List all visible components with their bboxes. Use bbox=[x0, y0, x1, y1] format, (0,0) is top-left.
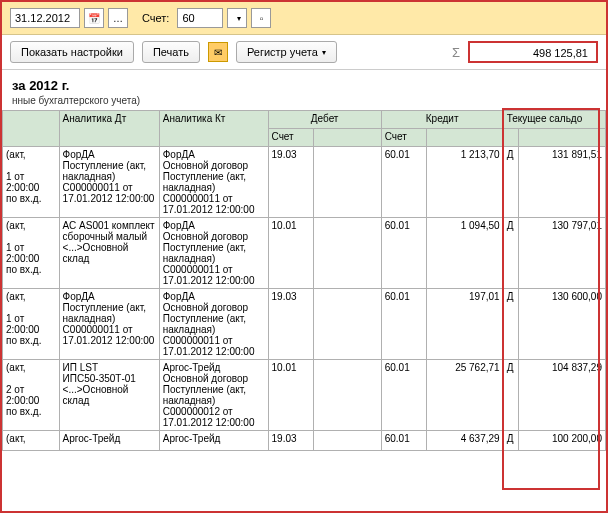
col-header-credit: Кредит bbox=[381, 111, 503, 129]
report-heading: за 2012 г. нные бухгалтерского учета) bbox=[2, 70, 606, 110]
cell-dc: Д bbox=[503, 218, 518, 289]
mail-icon[interactable]: ✉ bbox=[208, 42, 228, 62]
cell-deb bbox=[314, 147, 381, 218]
col-header-blank bbox=[3, 111, 60, 147]
account-label: Счет: bbox=[142, 12, 169, 24]
report-title: за 2012 г. bbox=[12, 78, 596, 93]
cell-schet1: 19.03 bbox=[268, 147, 314, 218]
cell-adt: АС AS001 комплект сборочный малый <...>О… bbox=[59, 218, 159, 289]
calendar-icon[interactable]: 📅 bbox=[84, 8, 104, 28]
cell-akt: ФорДА Основной договор Поступление (акт,… bbox=[159, 218, 268, 289]
col-header-analytics-kt: Аналитика Кт bbox=[159, 111, 268, 147]
print-button[interactable]: Печать bbox=[142, 41, 200, 63]
cell-schet1: 19.03 bbox=[268, 431, 314, 451]
col-header-cred-val bbox=[427, 129, 503, 147]
date-field[interactable]: 31.12.2012 bbox=[10, 8, 80, 28]
col-header-deb-val bbox=[314, 129, 381, 147]
cell-bal: 130 797,01 bbox=[518, 218, 605, 289]
table-row[interactable]: (акт, 1 от 2:00:00 по вх.д.ФорДА Поступл… bbox=[3, 147, 606, 218]
action-toolbar: Показать настройки Печать ✉ Регистр учет… bbox=[2, 35, 606, 70]
account-picker-icon[interactable]: ▫ bbox=[251, 8, 271, 28]
cell-left: (акт, 1 от 2:00:00 по вх.д. bbox=[3, 289, 60, 360]
cell-schet1: 10.01 bbox=[268, 218, 314, 289]
cell-adt: ИП LST ИПС50-350Т-01 <...>Основной склад bbox=[59, 360, 159, 431]
cell-schet1: 10.01 bbox=[268, 360, 314, 431]
ellipsis-button[interactable]: … bbox=[108, 8, 128, 28]
cell-akt: ФорДА Основной договор Поступление (акт,… bbox=[159, 289, 268, 360]
cell-cred: 25 762,71 bbox=[427, 360, 503, 431]
cell-schet2: 60.01 bbox=[381, 218, 427, 289]
cell-bal: 130 600,00 bbox=[518, 289, 605, 360]
show-settings-button[interactable]: Показать настройки bbox=[10, 41, 134, 63]
account-dropdown-icon[interactable] bbox=[227, 8, 247, 28]
cell-cred: 1 094,50 bbox=[427, 218, 503, 289]
total-value: 498 125,81 bbox=[468, 41, 598, 63]
cell-adt: ФорДА Поступление (акт, накладная) С0000… bbox=[59, 289, 159, 360]
ledger-table: Аналитика Дт Аналитика Кт Дебет Кредит Т… bbox=[2, 110, 606, 451]
cell-adt: Аргос-Трейд bbox=[59, 431, 159, 451]
cell-cred: 4 637,29 bbox=[427, 431, 503, 451]
col-header-dc bbox=[503, 129, 518, 147]
cell-left: (акт, 2 от 2:00:00 по вх.д. bbox=[3, 360, 60, 431]
cell-schet1: 19.03 bbox=[268, 289, 314, 360]
register-button[interactable]: Регистр учета bbox=[236, 41, 337, 63]
cell-schet2: 60.01 bbox=[381, 147, 427, 218]
cell-adt: ФорДА Поступление (акт, накладная) С0000… bbox=[59, 147, 159, 218]
cell-left: (акт, bbox=[3, 431, 60, 451]
top-toolbar: 31.12.2012 📅 … Счет: 60 ▫ bbox=[2, 2, 606, 35]
col-header-schet-d: Счет bbox=[268, 129, 314, 147]
cell-akt: Аргос-Трейд bbox=[159, 431, 268, 451]
col-header-bal-val bbox=[518, 129, 605, 147]
table-row[interactable]: (акт, 1 от 2:00:00 по вх.д.АС AS001 комп… bbox=[3, 218, 606, 289]
col-header-balance: Текущее сальдо bbox=[503, 111, 605, 129]
cell-deb bbox=[314, 431, 381, 451]
cell-bal: 100 200,00 bbox=[518, 431, 605, 451]
report-subtitle: нные бухгалтерского учета) bbox=[12, 95, 596, 106]
cell-dc: Д bbox=[503, 147, 518, 218]
col-header-debit: Дебет bbox=[268, 111, 381, 129]
cell-deb bbox=[314, 289, 381, 360]
cell-cred: 197,01 bbox=[427, 289, 503, 360]
cell-schet2: 60.01 bbox=[381, 360, 427, 431]
cell-bal: 131 891,51 bbox=[518, 147, 605, 218]
cell-deb bbox=[314, 360, 381, 431]
table-row[interactable]: (акт,Аргос-ТрейдАргос-Трейд19.0360.014 6… bbox=[3, 431, 606, 451]
cell-akt: ФорДА Основной договор Поступление (акт,… bbox=[159, 147, 268, 218]
cell-left: (акт, 1 от 2:00:00 по вх.д. bbox=[3, 218, 60, 289]
cell-deb bbox=[314, 218, 381, 289]
cell-cred: 1 213,70 bbox=[427, 147, 503, 218]
cell-schet2: 60.01 bbox=[381, 289, 427, 360]
cell-dc: Д bbox=[503, 360, 518, 431]
cell-schet2: 60.01 bbox=[381, 431, 427, 451]
cell-bal: 104 837,29 bbox=[518, 360, 605, 431]
col-header-analytics-dt: Аналитика Дт bbox=[59, 111, 159, 147]
table-row[interactable]: (акт, 2 от 2:00:00 по вх.д.ИП LST ИПС50-… bbox=[3, 360, 606, 431]
cell-akt: Аргос-Трейд Основной договор Поступление… bbox=[159, 360, 268, 431]
table-row[interactable]: (акт, 1 от 2:00:00 по вх.д.ФорДА Поступл… bbox=[3, 289, 606, 360]
sigma-icon: Σ bbox=[452, 45, 460, 60]
cell-left: (акт, 1 от 2:00:00 по вх.д. bbox=[3, 147, 60, 218]
account-field[interactable]: 60 bbox=[177, 8, 223, 28]
cell-dc: Д bbox=[503, 289, 518, 360]
col-header-schet-c: Счет bbox=[381, 129, 427, 147]
cell-dc: Д bbox=[503, 431, 518, 451]
